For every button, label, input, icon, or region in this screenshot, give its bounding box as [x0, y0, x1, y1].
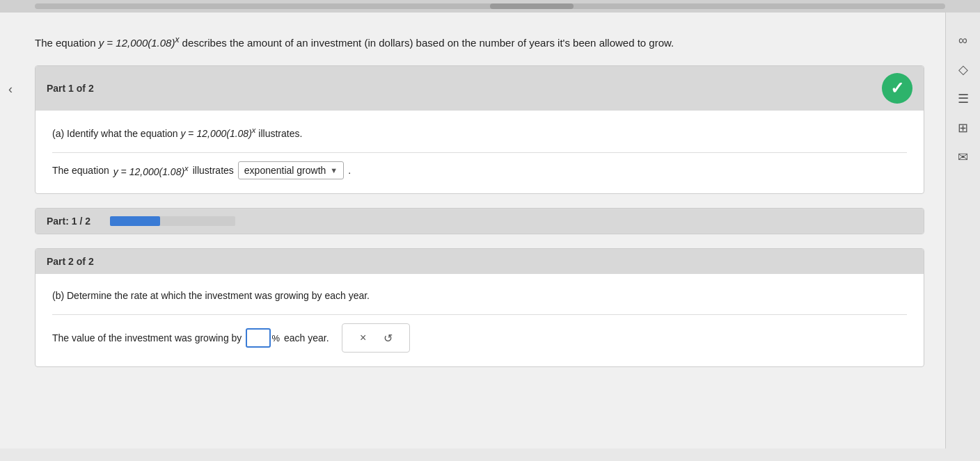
part2-label: Part 2 of 2 — [47, 256, 94, 267]
problem-description: The equation y = 12,000(1.08)x describes… — [35, 33, 924, 51]
dropdown-arrow-icon: ▼ — [330, 166, 338, 175]
question-a-text: (a) Identify what the equation y = 12,00… — [52, 124, 907, 141]
right-sidebar: ∞ ◇ ☰ ⊞ ✉ — [945, 13, 980, 448]
progress-bar-fill — [110, 216, 160, 226]
progress-label: Part: 1 / 2 — [47, 216, 90, 227]
part2-header: Part 2 of 2 — [35, 249, 924, 274]
left-nav-arrow[interactable]: ‹ — [0, 13, 21, 448]
infinity-icon[interactable]: ∞ — [958, 33, 967, 48]
reset-icon: ↺ — [384, 332, 393, 345]
mail-icon[interactable]: ✉ — [958, 149, 968, 165]
part1-label: Part 1 of 2 — [47, 83, 94, 94]
answer-a-eq: y = 12,000(1.08)x — [113, 164, 189, 177]
clear-button[interactable]: × — [354, 328, 373, 348]
list-icon[interactable]: ☰ — [958, 91, 969, 106]
clear-icon: × — [360, 332, 366, 344]
action-buttons-container: × ↺ — [342, 323, 410, 353]
percent-symbol: % — [271, 333, 280, 343]
answer-b-line: The value of the investment was growing … — [52, 323, 907, 353]
part1-complete-icon: ✓ — [882, 73, 912, 104]
reset-button[interactable]: ↺ — [379, 328, 398, 348]
answer-a-prefix: The equation — [52, 165, 109, 176]
part1-card: Part 1 of 2 ✓ (a) Identify what the equa… — [35, 65, 924, 194]
illustrates-selected-value: exponential growth — [244, 165, 326, 176]
progress-header: Part: 1 / 2 — [35, 209, 924, 234]
answer-a-period: . — [348, 165, 351, 176]
answer-a-illustrates: illustrates — [193, 165, 234, 176]
part2-card: Part 2 of 2 (b) Determine the rate at wh… — [35, 248, 924, 367]
progress-bar-track — [110, 216, 235, 226]
chevron-left-icon: ‹ — [8, 82, 13, 97]
illustrates-dropdown[interactable]: exponential growth ▼ — [238, 161, 344, 179]
grid-icon[interactable]: ⊞ — [958, 120, 968, 136]
answer-b-suffix: each year. — [284, 332, 329, 343]
progress-card: Part: 1 / 2 — [35, 208, 924, 234]
answer-b-prefix: The value of the investment was growing … — [52, 332, 242, 343]
diamond-icon[interactable]: ◇ — [958, 62, 968, 77]
part1-header: Part 1 of 2 ✓ — [35, 66, 924, 111]
growth-rate-input[interactable] — [246, 328, 271, 348]
question-b-text: (b) Determine the rate at which the inve… — [52, 288, 907, 303]
answer-a-line: The equation y = 12,000(1.08)x illustrat… — [52, 161, 907, 179]
